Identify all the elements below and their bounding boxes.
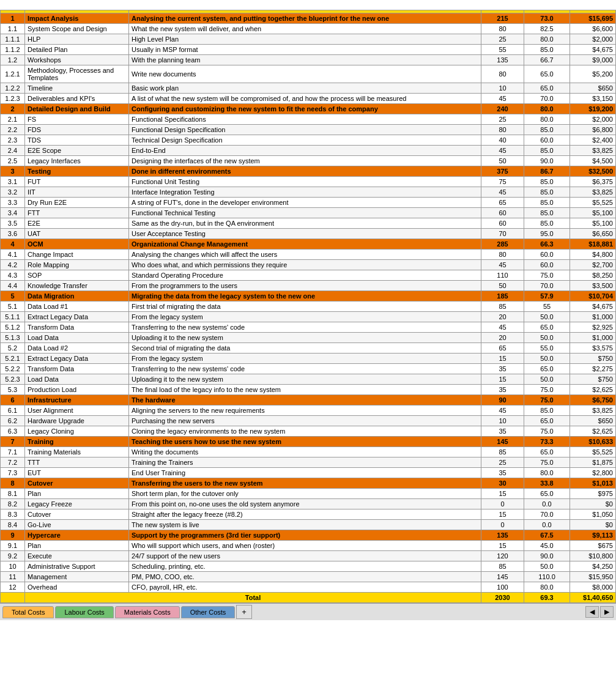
tab-add[interactable]: + bbox=[236, 605, 252, 619]
cell-desc: CFO, payroll, HR, etc. bbox=[129, 582, 481, 593]
cell-hours: 35 bbox=[481, 385, 524, 395]
cell-phase: Deliverables and KPI's bbox=[25, 94, 129, 104]
cell-hours: 15 bbox=[481, 541, 524, 551]
cell-phase: FDS bbox=[25, 125, 129, 135]
cell-desc: Uploading it to the new system bbox=[129, 374, 481, 385]
cell-desc: With the planning team bbox=[129, 55, 481, 65]
cell-hours: 80 bbox=[481, 125, 524, 135]
cell-phase: E2E bbox=[25, 218, 129, 229]
cell-desc: Support by the programmers (3rd tier sup… bbox=[129, 530, 481, 541]
cell-total: $2,800 bbox=[570, 468, 616, 478]
cell-total: $1,000 bbox=[570, 333, 616, 343]
cell-wbs: 3.6 bbox=[1, 229, 25, 239]
cell-desc: From the legacy system bbox=[129, 354, 481, 364]
cell-phase: Execute bbox=[25, 551, 129, 561]
cell-hours: 45 bbox=[481, 146, 524, 156]
cell-desc: Scheduling, printing, etc. bbox=[129, 561, 481, 572]
cell-total: $750 bbox=[570, 374, 616, 385]
cell-total: $2,625 bbox=[570, 385, 616, 395]
cell-wbs: 1.1.2 bbox=[1, 45, 25, 55]
cell-phase: Overhead bbox=[25, 582, 129, 593]
cell-wbs: 5.3 bbox=[1, 385, 25, 395]
cell-desc: Interface Integration Testing bbox=[129, 187, 481, 198]
cell-cph: 60.0 bbox=[524, 250, 570, 260]
cell-hours: 2030 bbox=[481, 593, 524, 603]
cell-total: $4,500 bbox=[570, 156, 616, 166]
cell-cph: 90.0 bbox=[524, 551, 570, 561]
cell-total: $2,000 bbox=[570, 34, 616, 45]
cell-phase: Workshops bbox=[25, 55, 129, 65]
cell-wbs: 1.2 bbox=[1, 55, 25, 65]
tab-other-costs[interactable]: Other Costs bbox=[181, 606, 236, 618]
cell-cph: 75.0 bbox=[524, 457, 570, 468]
cell-total: $6,800 bbox=[570, 125, 616, 135]
cell-total: $2,925 bbox=[570, 322, 616, 333]
cell-hours: 60 bbox=[481, 208, 524, 218]
cell-desc: From the legacy system bbox=[129, 312, 481, 322]
cell-wbs: 2.4 bbox=[1, 146, 25, 156]
cell-wbs: 5.1 bbox=[1, 302, 25, 312]
cell-wbs: 9.2 bbox=[1, 551, 25, 561]
cell-total: $5,200 bbox=[570, 65, 616, 83]
cell-cph: 75.0 bbox=[524, 426, 570, 437]
cell-desc: Straight after the legacy freeze (#8.2) bbox=[129, 509, 481, 520]
cell-phase: Legacy Interfaces bbox=[25, 156, 129, 166]
cell-desc: Analysing the current system, and puttin… bbox=[129, 13, 481, 24]
cell-wbs: 8.1 bbox=[1, 489, 25, 499]
cell-cph: 66.3 bbox=[524, 239, 570, 250]
cell-wbs: 2.2 bbox=[1, 125, 25, 135]
tab-labour-costs[interactable]: Labour Costs bbox=[55, 606, 113, 618]
tab-materials-costs[interactable]: Materials Costs bbox=[115, 606, 180, 618]
cell-total: $5,100 bbox=[570, 218, 616, 229]
cell-hours: 40 bbox=[481, 135, 524, 146]
cell-cph: 85.0 bbox=[524, 218, 570, 229]
cell-phase: Extract Legacy Data bbox=[25, 312, 129, 322]
cell-total: $6,750 bbox=[570, 395, 616, 405]
cell-total: $2,400 bbox=[570, 135, 616, 146]
cell-hours: 35 bbox=[481, 468, 524, 478]
cell-phase: Production Load bbox=[25, 385, 129, 395]
cell-wbs: 1.2.1 bbox=[1, 65, 25, 83]
cell-phase: Infrastructure bbox=[25, 395, 129, 405]
tab-nav-left[interactable]: ◀ bbox=[585, 606, 599, 618]
cell-hours: 145 bbox=[481, 572, 524, 582]
cell-cph: 50.0 bbox=[524, 333, 570, 343]
cell-phase: Legacy Cloning bbox=[25, 426, 129, 437]
cell-wbs: 5.1.1 bbox=[1, 312, 25, 322]
cell-cph: 110.0 bbox=[524, 572, 570, 582]
cell-hours: 0 bbox=[481, 499, 524, 509]
cell-cph: 65.0 bbox=[524, 416, 570, 426]
cell-total: $650 bbox=[570, 83, 616, 94]
cell-wbs: 6.2 bbox=[1, 416, 25, 426]
cell-desc: End User Training bbox=[129, 468, 481, 478]
cell-hours: 80 bbox=[481, 250, 524, 260]
cell-desc: Migrating the data from the legacy syste… bbox=[129, 291, 481, 302]
cell-desc: Designing the interfaces of the new syst… bbox=[129, 156, 481, 166]
cell-hours: 25 bbox=[481, 34, 524, 45]
cell-total: $1,013 bbox=[570, 478, 616, 489]
cell-total: $3,825 bbox=[570, 187, 616, 198]
cell-desc: High Level Plan bbox=[129, 34, 481, 45]
cell-wbs: 1.2.3 bbox=[1, 94, 25, 104]
cell-wbs: 7.3 bbox=[1, 468, 25, 478]
cell-phase: Management bbox=[25, 572, 129, 582]
cell-hours: 60 bbox=[481, 218, 524, 229]
cell-cph: 82.5 bbox=[524, 24, 570, 34]
cell-phase: UAT bbox=[25, 229, 129, 239]
cell-wbs: 7.1 bbox=[1, 447, 25, 457]
cell-hours: 15 bbox=[481, 489, 524, 499]
cell-desc: Functional Unit Testing bbox=[129, 177, 481, 187]
cell-cph: 80.0 bbox=[524, 114, 570, 125]
tab-nav-right[interactable]: ▶ bbox=[600, 606, 614, 618]
cell-phase: Methodology, Processes and Templates bbox=[25, 65, 129, 83]
cell-cph: 55.0 bbox=[524, 343, 570, 354]
cell-desc: Short term plan, for the cutover only bbox=[129, 489, 481, 499]
cell-desc: From this point on, no-one uses the old … bbox=[129, 499, 481, 509]
cell-total: $3,825 bbox=[570, 146, 616, 156]
cell-wbs: 2.1 bbox=[1, 114, 25, 125]
cell-hours: 80 bbox=[481, 24, 524, 34]
cell-cph: 85.0 bbox=[524, 187, 570, 198]
cell-phase: Transform Data bbox=[25, 364, 129, 374]
cell-cph: 75.0 bbox=[524, 270, 570, 281]
tab-total-costs[interactable]: Total Costs bbox=[2, 606, 54, 618]
